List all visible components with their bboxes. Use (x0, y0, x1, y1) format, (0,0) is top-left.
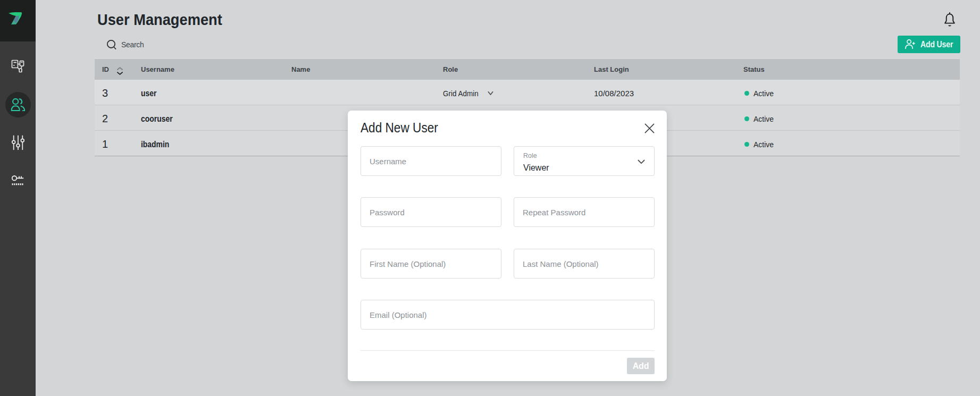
close-icon (644, 123, 655, 133)
column-header-last-login[interactable]: Last Login (594, 65, 743, 73)
status-dot-icon (744, 116, 749, 121)
email-input[interactable] (361, 300, 654, 329)
repeat-password-input[interactable] (514, 198, 654, 226)
column-header-role[interactable]: Role (443, 65, 594, 73)
sort-icon[interactable] (117, 67, 123, 75)
role-select-label: Role (523, 152, 537, 159)
column-header-id[interactable]: ID (102, 64, 141, 75)
key-icon (12, 175, 24, 186)
role-value: Grid Admin (443, 89, 479, 98)
cluster-icon (11, 59, 24, 73)
status-label: Active (753, 140, 774, 149)
cell-username: user (141, 89, 272, 98)
cell-last-login: 10/08/2023 (594, 89, 743, 98)
status-dot-icon (744, 142, 749, 147)
repeat-password-field[interactable] (514, 197, 655, 227)
sidebar (0, 0, 36, 396)
first-name-field[interactable] (361, 249, 501, 279)
last-name-input[interactable] (514, 249, 654, 278)
cell-status: Active (743, 89, 960, 98)
add-submit-button[interactable]: Add (627, 358, 655, 374)
add-new-user-modal: Add New User Role Viewer Add (348, 111, 667, 381)
modal-title: Add New User (361, 120, 438, 136)
role-dropdown[interactable]: Grid Admin (443, 89, 594, 98)
add-user-button[interactable]: Add User (898, 36, 960, 53)
chevron-down-icon (638, 159, 645, 164)
username-input[interactable] (361, 147, 501, 175)
status-dot-icon (744, 91, 749, 96)
add-user-label: Add User (920, 40, 953, 49)
sidebar-item-access-keys[interactable] (0, 165, 36, 196)
search-icon (107, 39, 116, 49)
role-select-value: Viewer (523, 163, 549, 173)
first-name-input[interactable] (361, 249, 501, 278)
table-header-row: ID Username Name Role Last Login Status (95, 58, 960, 80)
search-input[interactable]: Search (107, 39, 144, 49)
role-select[interactable]: Role Viewer (514, 146, 655, 176)
modal-close-button[interactable] (644, 123, 655, 133)
notifications-bell-button[interactable] (944, 12, 956, 27)
username-field[interactable] (361, 146, 501, 176)
cell-username: cooruser (141, 114, 272, 124)
search-placeholder: Search (121, 40, 144, 49)
status-label: Active (753, 89, 774, 98)
sidebar-item-settings[interactable] (0, 127, 36, 158)
cell-username: ibadmin (141, 140, 272, 149)
column-header-username[interactable]: Username (141, 65, 291, 73)
cell-status: Active (743, 140, 960, 149)
sidebar-item-cluster[interactable] (0, 50, 36, 81)
cell-id: 3 (102, 87, 141, 99)
column-header-status[interactable]: Status (743, 65, 960, 73)
settings-icon (12, 135, 24, 150)
sidebar-item-users[interactable] (0, 89, 36, 120)
add-user-icon (905, 39, 915, 49)
cell-status: Active (743, 115, 960, 123)
page-title: User Management (97, 11, 222, 29)
chevron-down-icon (488, 91, 493, 96)
password-field[interactable] (361, 197, 501, 227)
cell-id: 1 (102, 138, 141, 150)
status-label: Active (753, 115, 774, 123)
table-row[interactable]: 3userGrid Admin10/08/2023Active (95, 80, 960, 105)
last-name-field[interactable] (514, 249, 655, 279)
modal-footer-divider (361, 350, 655, 351)
app-logo[interactable] (0, 0, 36, 41)
logo-icon (9, 12, 22, 25)
email-field[interactable] (361, 300, 655, 330)
cell-id: 2 (102, 113, 141, 125)
bell-icon (944, 12, 956, 27)
password-input[interactable] (361, 198, 501, 226)
column-header-name[interactable]: Name (291, 65, 443, 73)
users-icon (11, 98, 26, 111)
